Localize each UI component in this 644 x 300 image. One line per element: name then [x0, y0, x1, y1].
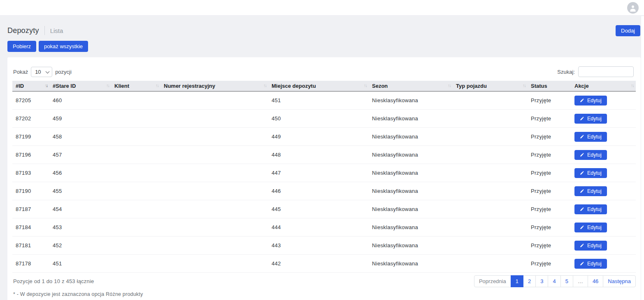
edit-button[interactable]: Edytuj [574, 241, 607, 251]
table-row: 87184453444NiesklasyfikowanaPrzyjęteEdyt… [12, 218, 636, 237]
cell-klient [111, 182, 160, 200]
edit-button[interactable]: Edytuj [574, 259, 607, 269]
cell-akcje: Edytuj [571, 182, 636, 200]
cell-numer-rejestracyjny [160, 146, 268, 164]
column-header-id[interactable]: #ID↑↓ [12, 81, 49, 91]
column-label: Status [531, 83, 547, 89]
column-header-sezon[interactable]: Sezon↑↓ [369, 81, 453, 91]
edit-button-label: Edytuj [587, 225, 602, 230]
breadcrumb: Lista [50, 27, 63, 34]
pencil-icon [580, 189, 584, 193]
cell-klient [111, 128, 160, 146]
cell-klient [111, 110, 160, 128]
edit-button[interactable]: Edytuj [574, 132, 607, 142]
search-input[interactable] [578, 66, 634, 77]
edit-button-label: Edytuj [587, 170, 602, 176]
cell-status: Przyjęte [528, 91, 571, 110]
add-button[interactable]: Dodaj [616, 25, 640, 36]
user-avatar-icon[interactable] [627, 2, 639, 14]
cell-typ-pojazdu [453, 128, 528, 146]
cell-typ-pojazdu [453, 218, 528, 237]
cell-klient [111, 218, 160, 237]
pagination-previous[interactable]: Poprzednia [474, 275, 511, 287]
cell-miejsce-depozytu: 444 [268, 218, 369, 237]
pagination-page-4[interactable]: 4 [548, 275, 560, 287]
table-row: 87196457448NiesklasyfikowanaPrzyjęteEdyt… [12, 146, 636, 164]
column-header-typ-pojazdu[interactable]: Typ pojazdu↑↓ [453, 81, 528, 91]
cell-id: 87187 [12, 200, 49, 218]
column-header-akcje[interactable]: Akcje↑↓ [571, 81, 636, 91]
edit-button[interactable]: Edytuj [574, 114, 607, 124]
cell-miejsce-depozytu: 446 [268, 182, 369, 200]
table-row: 87202459450NiesklasyfikowanaPrzyjęteEdyt… [12, 110, 636, 128]
column-header-stare-id[interactable]: #Stare ID↑↓ [49, 81, 111, 91]
download-button[interactable]: Pobierz [7, 41, 36, 52]
cell-sezon: Niesklasyfikowana [369, 164, 453, 182]
edit-button[interactable]: Edytuj [574, 223, 607, 232]
pencil-icon [580, 171, 584, 175]
deposits-table: #ID↑↓#Stare ID↑↓Klient↑↓Numer rejestracy… [12, 81, 636, 273]
page-length-control: Pokaż 10 pozycji [12, 67, 72, 77]
pencil-icon [580, 207, 584, 211]
edit-button[interactable]: Edytuj [574, 186, 607, 196]
column-header-klient[interactable]: Klient↑↓ [111, 81, 160, 91]
cell-id: 87178 [12, 255, 49, 273]
page-length-select[interactable]: 10 [31, 67, 52, 77]
edit-button-label: Edytuj [587, 134, 602, 140]
cell-typ-pojazdu [453, 182, 528, 200]
page-title: Depozyty [7, 26, 39, 35]
edit-button-label: Edytuj [587, 116, 602, 122]
cell-id: 87181 [12, 237, 49, 255]
sort-icon: ↑↓ [106, 83, 109, 88]
pagination-page-2[interactable]: 2 [523, 275, 536, 287]
show-all-button[interactable]: pokaż wszystkie [39, 41, 88, 52]
column-label: Numer rejestracyjny [164, 83, 215, 89]
cell-status: Przyjęte [528, 255, 571, 273]
cell-numer-rejestracyjny [160, 255, 268, 273]
cell-status: Przyjęte [528, 237, 571, 255]
scrollbar-track[interactable] [641, 16, 644, 300]
cell-miejsce-depozytu: 447 [268, 164, 369, 182]
person-icon [629, 4, 637, 12]
table-controls: Pokaż 10 pozycji Szukaj: [12, 66, 636, 77]
column-header-numer-rejestracyjny[interactable]: Numer rejestracyjny↑↓ [160, 81, 268, 91]
table-footer: Pozycje od 1 do 10 z 453 łącznie Poprzed… [12, 274, 636, 288]
cell-stare-id: 459 [49, 110, 111, 128]
pagination-page-46[interactable]: 46 [588, 275, 603, 287]
deposits-card: Pokaż 10 pozycji Szukaj: #ID↑↓#Stare ID↑… [7, 57, 641, 300]
pencil-icon [580, 98, 584, 103]
cell-numer-rejestracyjny [160, 110, 268, 128]
cell-numer-rejestracyjny [160, 237, 268, 255]
cell-numer-rejestracyjny [160, 182, 268, 200]
cell-akcje: Edytuj [571, 91, 636, 110]
edit-button[interactable]: Edytuj [574, 96, 607, 105]
cell-sezon: Niesklasyfikowana [369, 146, 453, 164]
cell-numer-rejestracyjny [160, 91, 268, 110]
cell-sezon: Niesklasyfikowana [369, 200, 453, 218]
cell-akcje: Edytuj [571, 110, 636, 128]
cell-akcje: Edytuj [571, 200, 636, 218]
column-header-miejsce-depozytu[interactable]: Miejsce depozytu↑↓ [268, 81, 369, 91]
edit-button[interactable]: Edytuj [574, 168, 607, 178]
cell-id: 87193 [12, 164, 49, 182]
pagination-page-1[interactable]: 1 [511, 275, 523, 287]
pagination-ellipsis[interactable]: … [573, 275, 588, 287]
edit-button[interactable]: Edytuj [574, 150, 607, 160]
pencil-icon [580, 152, 584, 157]
pagination-page-3[interactable]: 3 [535, 275, 548, 287]
cell-klient [111, 146, 160, 164]
cell-numer-rejestracyjny [160, 164, 268, 182]
page-header: Depozyty Lista Dodaj [0, 16, 644, 35]
cell-klient [111, 255, 160, 273]
cell-stare-id: 456 [49, 164, 111, 182]
cell-miejsce-depozytu: 442 [268, 255, 369, 273]
edit-button[interactable]: Edytuj [574, 204, 607, 214]
cell-sezon: Niesklasyfikowana [369, 91, 453, 110]
pagination-next[interactable]: Następna [603, 275, 636, 287]
cell-stare-id: 455 [49, 182, 111, 200]
cell-sezon: Niesklasyfikowana [369, 128, 453, 146]
cell-sezon: Niesklasyfikowana [369, 182, 453, 200]
pagination-page-5[interactable]: 5 [560, 275, 573, 287]
cell-stare-id: 452 [49, 237, 111, 255]
column-label: Miejsce depozytu [272, 83, 316, 89]
